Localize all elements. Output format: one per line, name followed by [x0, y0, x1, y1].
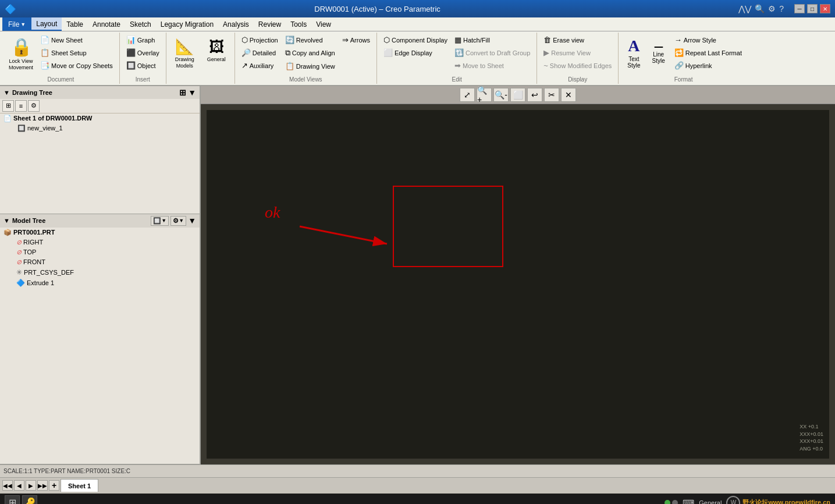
drawing-canvas[interactable]: ok XX +0.1 XXX+0.01 XXX+0.01 ANG +0.0 — [201, 104, 835, 464]
detailed-button[interactable]: 🔎 Detailed — [239, 47, 281, 59]
expand-icon[interactable]: ⋀⋁ — [738, 4, 751, 13]
graph-button[interactable]: 📊 Graph — [123, 34, 162, 46]
sheet-add-btn[interactable]: + — [49, 480, 59, 491]
svg-line-1 — [300, 226, 387, 244]
menu-file[interactable]: File ▼ — [2, 17, 31, 31]
tree-grid-btn[interactable]: ⊞ — [2, 100, 14, 112]
model-tree-front[interactable]: ⊘ FRONT — [0, 257, 200, 267]
model-tree-top[interactable]: ⊘ TOP — [0, 247, 200, 257]
move-copy-sheets-button[interactable]: 📑 Move or Copy Sheets — [37, 59, 116, 72]
drawing-tree-header[interactable]: ▼ Drawing Tree ⊞ ▼ — [0, 86, 200, 99]
repaint-btn[interactable]: ↩ — [527, 88, 542, 102]
model-tree-collapse-icon: ▼ — [3, 217, 10, 224]
search-icon[interactable]: 🔍 — [755, 4, 765, 13]
copy-align-button[interactable]: ⧉ Copy and Align — [282, 47, 338, 59]
drawing-tree-root[interactable]: 📄 Sheet 1 of DRW0001.DRW — [0, 113, 200, 123]
drawing-tree-item-view[interactable]: 🔲 new_view_1 — [0, 123, 200, 133]
overlay-icon: ⬛ — [126, 48, 136, 57]
model-tree-right[interactable]: ⊘ RIGHT — [0, 237, 200, 247]
repeat-last-format-button[interactable]: 🔁 Repeat Last Format — [671, 47, 745, 59]
model-tree-csys[interactable]: ✳ PRT_CSYS_DEF — [0, 267, 200, 278]
drawing-tree-root-label: Sheet 1 of DRW0001.DRW — [13, 115, 92, 122]
menu-analysis[interactable]: Analysis — [218, 17, 254, 31]
arrow-style-button[interactable]: → Arrow Style — [671, 34, 745, 46]
hatch-fill-button[interactable]: ▦ Hatch/Fill — [452, 34, 533, 46]
sheet-last-btn[interactable]: ▶▶ — [37, 480, 48, 491]
new-sheet-button[interactable]: 📄 New Sheet — [37, 34, 116, 46]
status-bar: SCALE:1:1 TYPE:PART NAME:PRT0001 SIZE:C — [0, 464, 835, 477]
menu-tools[interactable]: Tools — [286, 17, 311, 31]
view-toolbar: ⤢ 🔍+ 🔍- ⬜ ↩ ✂ ✕ — [201, 86, 835, 104]
model-tree-extrude[interactable]: 🔷 Extrude 1 — [0, 278, 200, 288]
bottom-tool-2[interactable]: 🔑 — [22, 495, 37, 504]
help-icon[interactable]: ? — [779, 4, 784, 13]
branding-text: 野火论坛www.proewildfire.cn — [742, 498, 830, 504]
close-button[interactable]: ✕ — [820, 4, 830, 13]
minimize-button[interactable]: ─ — [794, 4, 805, 13]
general-status: General — [699, 499, 722, 504]
title-text: DRW0001 (Active) – Creo Parametric — [16, 5, 738, 13]
part-icon: 📦 — [3, 229, 12, 236]
menu-table[interactable]: Table — [62, 17, 88, 31]
sheet-first-btn[interactable]: ◀◀ — [2, 480, 13, 491]
ribbon: 🔒 Lock ViewMovement 📄 New Sheet 📋 Sheet … — [0, 31, 835, 86]
resume-view-icon: ▶ — [543, 48, 549, 57]
erase-view-button[interactable]: 🗑 Erase view — [541, 34, 614, 46]
model-tree-settings-btn2[interactable]: ⚙ ▼ — [170, 216, 186, 226]
hyperlink-icon: 🔗 — [674, 61, 684, 70]
zoom-out-btn[interactable]: 🔍- — [493, 88, 509, 102]
object-button[interactable]: 🔲 Object — [123, 59, 162, 72]
menu-annotate[interactable]: Annotate — [88, 17, 125, 31]
menu-view[interactable]: View — [311, 17, 336, 31]
zoom-fit-btn[interactable]: ⤢ — [460, 88, 475, 102]
projection-button[interactable]: ⬡ Projection — [239, 34, 281, 46]
convert-draft-button[interactable]: 🔃 Convert to Draft Group — [452, 47, 533, 59]
drawing-tree-toolbar: ⊞ ≡ ⚙ — [0, 99, 200, 113]
menu-layout[interactable]: Layout — [31, 17, 62, 31]
move-to-sheet-button[interactable]: ➡ Move to Sheet — [452, 59, 533, 72]
drawing-view-button[interactable]: 📋 Drawing View — [282, 60, 338, 72]
arrows-button[interactable]: ⇒ Arrows — [339, 34, 373, 46]
model-tree-root[interactable]: 📦 PRT0001.PRT — [0, 228, 200, 237]
cut-btn[interactable]: ✂ — [544, 88, 559, 102]
resume-view-button[interactable]: ▶ Resume View — [541, 47, 614, 59]
sheet-setup-button[interactable]: 📋 Sheet Setup — [37, 47, 116, 59]
model-tree-filter-btn[interactable]: 🔲 ▼ — [151, 216, 169, 226]
model-tree-header[interactable]: ▼ Model Tree 🔲 ▼ ⚙ ▼ ▼ — [0, 214, 200, 228]
drawing-models-button[interactable]: 📐 DrawingModels — [170, 34, 200, 73]
show-modified-edges-button[interactable]: ~ Show Modified Edges — [541, 59, 614, 72]
line-style-button[interactable]: ⚊ LineStyle — [647, 34, 670, 67]
edge-display-icon: ⬜ — [383, 48, 393, 57]
zoom-in-btn[interactable]: 🔍+ — [477, 88, 492, 102]
drawing-tree-options-icon[interactable]: ⊞ — [179, 88, 186, 97]
tree-settings-btn[interactable]: ⚙ — [28, 100, 40, 112]
general-button[interactable]: 🖼 General — [202, 34, 231, 66]
ribbon-group-insert: 📊 Graph ⬛ Overlay 🔲 Object Insert — [120, 33, 166, 84]
bottom-tool-1[interactable]: ⊞ — [5, 495, 20, 504]
overlay-button[interactable]: ⬛ Overlay — [123, 47, 162, 59]
clear-btn[interactable]: ✕ — [561, 88, 576, 102]
model-tree-items: 📦 PRT0001.PRT ⊘ RIGHT ⊘ TOP ⊘ FRONT ✳ — [0, 228, 200, 288]
sheet-next-btn[interactable]: ▶ — [26, 480, 36, 491]
edge-display-button[interactable]: ⬜ Edge Display — [381, 47, 450, 59]
sheet-1-tab[interactable]: Sheet 1 — [61, 479, 98, 492]
maximize-button[interactable]: □ — [807, 4, 818, 13]
model-tree-menu-icon[interactable]: ▼ — [188, 216, 196, 225]
branding-circle: W 野火论坛www.proewildfire.cn — [726, 496, 830, 504]
text-style-button[interactable]: A TextStyle — [622, 34, 645, 72]
settings-icon[interactable]: ⚙ — [768, 4, 776, 13]
auxiliary-button[interactable]: ↗ Auxiliary — [239, 59, 281, 72]
menu-sketch[interactable]: Sketch — [125, 17, 156, 31]
sheet-prev-btn[interactable]: ◀ — [14, 480, 24, 491]
revolved-button[interactable]: 🔄 Revolved — [282, 34, 338, 46]
menu-legacy-migration[interactable]: Legacy Migration — [156, 17, 218, 31]
lock-view-movement-button[interactable]: 🔒 Lock ViewMovement — [6, 34, 36, 74]
tree-list-btn[interactable]: ≡ — [15, 100, 27, 112]
zoom-box-btn[interactable]: ⬜ — [510, 88, 525, 102]
ribbon-group-models: 📐 DrawingModels 🖼 General — [166, 33, 235, 84]
menu-review[interactable]: Review — [254, 17, 286, 31]
hyperlink-button[interactable]: 🔗 Hyperlink — [671, 59, 745, 72]
drawing-view-box[interactable] — [393, 186, 503, 267]
drawing-tree-menu-icon[interactable]: ▼ — [188, 88, 196, 97]
component-display-button[interactable]: ⬡ Component Display — [381, 34, 450, 46]
